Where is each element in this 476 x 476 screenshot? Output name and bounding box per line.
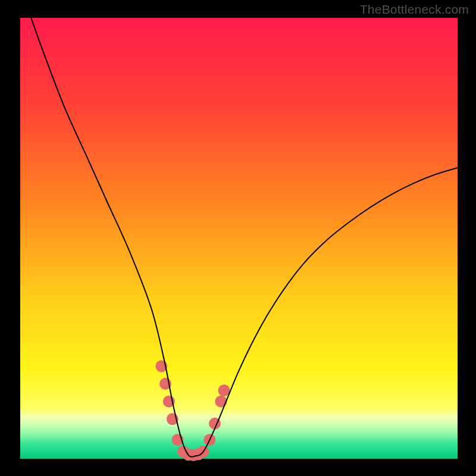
watermark-label: TheBottleneck.com bbox=[360, 2, 469, 17]
chart-stage: TheBottleneck.com bbox=[0, 0, 476, 476]
plot-background bbox=[20, 18, 458, 459]
bottleneck-chart bbox=[0, 0, 476, 476]
highlight-dot bbox=[215, 396, 227, 408]
